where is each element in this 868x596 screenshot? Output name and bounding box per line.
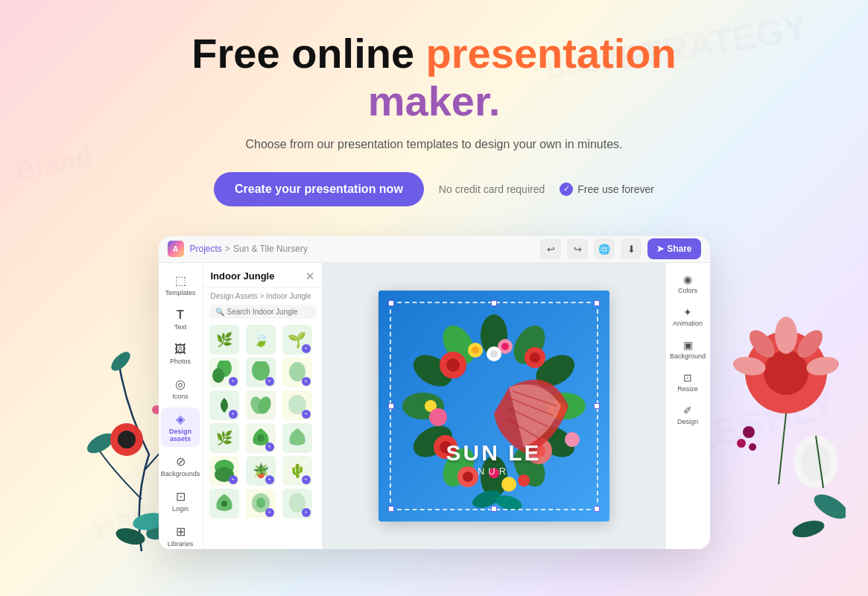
plant-cell[interactable]: +	[209, 390, 239, 420]
sidebar-item-design-assets[interactable]: ◈ Design assets	[161, 408, 200, 447]
svg-point-80	[501, 477, 516, 492]
sidebar-item-backgrounds[interactable]: ⊘ Backgrounds	[161, 450, 200, 482]
plant-grid: 🌿 🍃 🌱+ + + +	[203, 325, 322, 519]
svg-point-70	[429, 408, 447, 426]
canvas-design: SUN LE NUR	[378, 291, 609, 522]
panel-search: 🔍	[209, 305, 316, 319]
breadcrumb-projects[interactable]: Projects	[190, 244, 222, 254]
design-sub-text: NUR	[446, 466, 541, 477]
plant-cell[interactable]: 🌿	[209, 423, 239, 453]
panel-search-input[interactable]	[227, 308, 310, 316]
plant-cell[interactable]: 🌵+	[282, 456, 312, 486]
right-panel-resize[interactable]: ⊡ Resize	[668, 367, 707, 397]
resize-icon: ⊡	[683, 372, 692, 384]
design-assets-label: Design assets	[164, 428, 197, 443]
sidebar-item-login[interactable]: ⊡ Login	[161, 485, 200, 517]
sidebar-item-icons[interactable]: ◎ Icons	[161, 372, 200, 405]
colors-icon: ◉	[683, 273, 692, 285]
background-label: Background	[670, 352, 706, 360]
main-content: Free online presentation maker. Choose f…	[0, 0, 868, 596]
libraries-icon: ⊞	[176, 524, 186, 539]
download-button[interactable]: ⬇	[621, 238, 642, 259]
sidebar-item-text[interactable]: T Text	[161, 304, 200, 335]
share-icon: ➤	[656, 244, 664, 254]
templates-icon: ⬚	[175, 273, 186, 288]
globe-button[interactable]: 🌐	[594, 238, 615, 259]
check-circle-icon: ✓	[560, 183, 573, 196]
app-body: ⬚ Templates T Text 🖼 Photos ◎ Icons ◈	[159, 263, 710, 549]
design-label: Design	[677, 418, 698, 425]
plant-cell[interactable]: 🌱+	[282, 325, 312, 355]
animation-label: Animation	[673, 320, 703, 327]
panel-close-button[interactable]: ✕	[305, 270, 314, 282]
plant-cell[interactable]: +	[246, 423, 276, 453]
plant-cell[interactable]: +	[282, 390, 312, 420]
canvas-area[interactable]: SUN LE NUR	[323, 263, 665, 549]
undo-button[interactable]: ↩	[540, 238, 561, 259]
right-properties-panel: ◉ Colors ✦ Animation ▣ Background ⊡ Resi…	[665, 263, 710, 549]
text-icon: T	[177, 308, 184, 322]
sidebar-item-templates[interactable]: ⬚ Templates	[161, 269, 200, 301]
breadcrumb-project[interactable]: Sun & Tile Nursery	[233, 244, 308, 254]
app-breadcrumb: Projects > Sun & Tile Nursery	[190, 244, 535, 254]
resize-label: Resize	[677, 385, 698, 393]
photos-label: Photos	[170, 358, 191, 365]
plant-cell[interactable]: +	[209, 456, 239, 486]
plant-cell[interactable]: 🪴+	[246, 456, 276, 486]
login-label: Login	[172, 505, 189, 513]
share-button[interactable]: ➤ Share	[647, 238, 700, 259]
panel-title: Indoor Jungle	[211, 270, 275, 282]
plant-cell[interactable]	[246, 390, 276, 420]
icons-label: Icons	[172, 393, 189, 400]
background-icon: ▣	[683, 339, 693, 351]
app-titlebar: A Projects > Sun & Tile Nursery ↩ ↪ 🌐 ⬇ …	[159, 236, 710, 263]
design-assets-icon: ◈	[176, 412, 185, 426]
animation-icon: ✦	[683, 306, 692, 318]
plant-cell[interactable]: +	[282, 358, 312, 387]
right-panel-design[interactable]: ✐ Design	[668, 400, 707, 430]
colors-label: Colors	[678, 287, 697, 294]
plant-cell[interactable]: +	[282, 489, 312, 519]
plant-cell[interactable]	[209, 489, 239, 519]
right-panel-background[interactable]: ▣ Background	[668, 335, 707, 364]
design-main-text: SUN LE	[446, 440, 541, 466]
free-use-row: ✓ Free use forever	[560, 183, 654, 196]
asset-panel: Indoor Jungle ✕ Design Assets > Indoor J…	[203, 263, 323, 549]
titlebar-actions: ↩ ↪ 🌐 ⬇ ➤ Share	[540, 238, 700, 259]
sidebar-item-libraries[interactable]: ⊞ Libraries	[161, 520, 200, 549]
share-label: Share	[667, 244, 691, 254]
right-panel-animation[interactable]: ✦ Animation	[668, 302, 707, 332]
plant-cell[interactable]	[282, 423, 312, 453]
plant-cell[interactable]: 🌿	[209, 325, 239, 355]
panel-header: Indoor Jungle ✕	[203, 263, 322, 288]
svg-point-30	[212, 368, 224, 383]
svg-point-64	[472, 346, 479, 354]
login-icon: ⊡	[176, 489, 186, 504]
svg-point-56	[446, 358, 460, 372]
plant-cell[interactable]: +	[246, 489, 276, 519]
app-mockup: A Projects > Sun & Tile Nursery ↩ ↪ 🌐 ⬇ …	[159, 236, 710, 549]
libraries-label: Libraries	[168, 540, 194, 548]
svg-point-36	[257, 434, 264, 442]
free-use-text: Free use forever	[577, 183, 654, 195]
redo-button[interactable]: ↪	[567, 238, 588, 259]
sidebar-item-photos[interactable]: 🖼 Photos	[161, 338, 200, 370]
plant-cell[interactable]: 🍃	[246, 325, 276, 355]
right-panel-colors[interactable]: ◉ Colors	[668, 269, 707, 299]
backgrounds-icon: ⊘	[176, 454, 186, 469]
cta-button[interactable]: Create your presentation now	[214, 172, 424, 206]
svg-point-39	[221, 501, 227, 507]
plant-cell[interactable]: +	[246, 358, 276, 387]
design-icon: ✐	[683, 405, 692, 416]
sidebar-icons: ⬚ Templates T Text 🖼 Photos ◎ Icons ◈	[159, 263, 203, 549]
plant-cell[interactable]: +	[209, 358, 239, 387]
svg-point-73	[490, 350, 498, 358]
cta-row: Create your presentation now No credit c…	[214, 172, 654, 206]
text-label: Text	[174, 323, 187, 331]
panel-breadcrumb: Design Assets > Indoor Jungle	[203, 288, 322, 305]
hero-title: Free online presentation maker.	[191, 30, 676, 126]
svg-point-71	[565, 432, 580, 447]
photos-icon: 🖼	[174, 343, 186, 356]
title-line2: maker.	[191, 77, 676, 125]
svg-point-41	[256, 498, 265, 508]
